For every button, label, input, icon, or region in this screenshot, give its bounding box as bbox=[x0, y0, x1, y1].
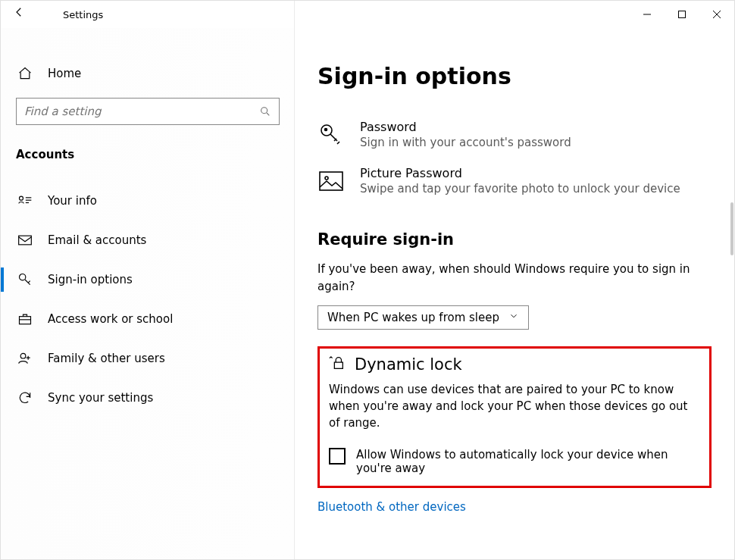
window-minimize-button[interactable] bbox=[630, 1, 665, 28]
bluetooth-devices-link[interactable]: Bluetooth & other devices bbox=[317, 500, 466, 514]
require-signin-desc: If you've been away, when should Windows… bbox=[317, 261, 696, 295]
svg-point-4 bbox=[261, 108, 267, 114]
sidebar-category: Accounts bbox=[16, 148, 280, 181]
nav-home-label: Home bbox=[48, 67, 81, 80]
chevron-down-icon bbox=[508, 311, 519, 324]
dropdown-value: When PC wakes up from sleep bbox=[327, 311, 499, 324]
search-input[interactable] bbox=[24, 105, 259, 118]
content-pane: Sign-in options Password Sign in with yo… bbox=[295, 28, 734, 559]
picture-icon bbox=[317, 167, 345, 195]
dynamic-lock-heading: Dynamic lock bbox=[355, 355, 462, 374]
key-icon bbox=[317, 121, 345, 149]
svg-line-5 bbox=[267, 113, 269, 115]
people-icon bbox=[17, 351, 33, 366]
svg-rect-17 bbox=[320, 172, 342, 190]
sidebar-item-label: Sync your settings bbox=[48, 391, 153, 405]
dynamic-lock-checkbox-label: Allow Windows to automatically lock your… bbox=[356, 448, 700, 475]
sidebar-item-email-accounts[interactable]: Email & accounts bbox=[16, 221, 280, 260]
option-title: Picture Password bbox=[360, 166, 680, 180]
sidebar-item-label: Email & accounts bbox=[48, 233, 146, 247]
sidebar-item-signin-options[interactable]: Sign-in options bbox=[16, 260, 280, 299]
option-desc: Swipe and tap your favorite photo to unl… bbox=[360, 182, 680, 196]
search-icon bbox=[259, 105, 271, 117]
svg-rect-1 bbox=[679, 11, 686, 18]
dynamic-lock-icon bbox=[329, 355, 346, 374]
scrollbar[interactable] bbox=[728, 28, 734, 559]
window-maximize-button[interactable] bbox=[665, 1, 699, 28]
window-close-button[interactable] bbox=[699, 1, 734, 28]
sidebar-item-label: Family & other users bbox=[48, 352, 165, 365]
back-button[interactable] bbox=[1, 1, 37, 28]
sidebar-item-label: Sign-in options bbox=[48, 273, 133, 286]
require-signin-dropdown[interactable]: When PC wakes up from sleep bbox=[317, 305, 529, 330]
svg-rect-19 bbox=[334, 362, 342, 368]
signin-option-picture-password[interactable]: Picture Password Swipe and tap your favo… bbox=[317, 166, 712, 196]
option-title: Password bbox=[360, 120, 571, 134]
signin-option-password[interactable]: Password Sign in with your account's pas… bbox=[317, 120, 712, 149]
option-desc: Sign in with your account's password bbox=[360, 136, 571, 149]
svg-point-18 bbox=[325, 177, 328, 180]
search-input-container[interactable] bbox=[16, 98, 280, 125]
sidebar-item-label: Your info bbox=[48, 194, 97, 208]
sidebar-item-family-users[interactable]: Family & other users bbox=[16, 339, 280, 378]
page-title: Sign-in options bbox=[317, 63, 712, 89]
svg-point-16 bbox=[325, 129, 327, 131]
dynamic-lock-desc: Windows can use devices that are paired … bbox=[329, 382, 700, 431]
person-card-icon bbox=[17, 193, 33, 208]
sidebar-item-label: Access work or school bbox=[48, 312, 173, 326]
sidebar-item-sync-settings[interactable]: Sync your settings bbox=[16, 378, 280, 418]
sidebar: Home Accounts Your info Email & accounts bbox=[1, 28, 295, 559]
key-icon bbox=[17, 272, 33, 287]
mail-icon bbox=[17, 233, 33, 248]
svg-rect-12 bbox=[20, 317, 31, 324]
svg-point-14 bbox=[20, 353, 26, 358]
briefcase-icon bbox=[17, 311, 33, 327]
window-title: Settings bbox=[37, 9, 103, 20]
dynamic-lock-checkbox[interactable] bbox=[329, 448, 346, 465]
nav-home[interactable]: Home bbox=[16, 61, 280, 98]
dynamic-lock-highlight: Dynamic lock Windows can use devices tha… bbox=[317, 346, 712, 488]
svg-point-11 bbox=[20, 274, 26, 280]
sidebar-item-your-info[interactable]: Your info bbox=[16, 181, 280, 221]
svg-rect-10 bbox=[19, 236, 32, 245]
home-icon bbox=[17, 66, 33, 81]
svg-point-6 bbox=[20, 196, 23, 200]
sidebar-item-access-work-school[interactable]: Access work or school bbox=[16, 299, 280, 339]
sync-icon bbox=[17, 390, 33, 405]
require-signin-heading: Require sign-in bbox=[317, 230, 712, 249]
